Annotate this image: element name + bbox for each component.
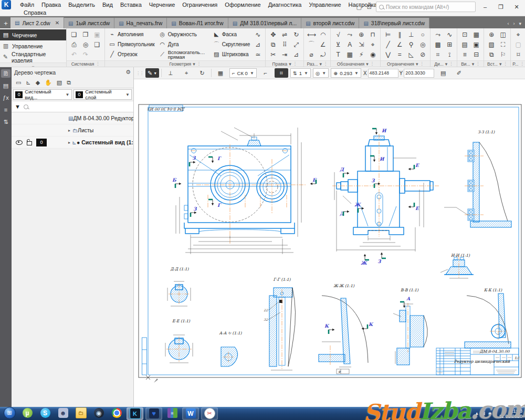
mass-icon[interactable]: ⊞ (444, 40, 455, 49)
center-mark-icon[interactable]: ◉ (368, 50, 378, 59)
window-cascade-icon[interactable]: ⊡ (366, 4, 373, 10)
chevron-down-icon[interactable]: ▾ (319, 61, 322, 67)
axis-icon[interactable]: ⌖ (368, 40, 378, 49)
menu-item-оформление[interactable]: Оформление (221, 1, 264, 8)
group-handle[interactable]: ⋮ (370, 61, 374, 66)
polygon-icon[interactable]: ⊿ (253, 40, 263, 49)
hatch-tool[interactable]: ▨Штриховка (211, 50, 253, 59)
parallel-icon[interactable]: ∥ (394, 30, 405, 39)
menu-item-черчение[interactable]: Черчение (145, 1, 179, 8)
chevron-down-icon[interactable]: ▾ (499, 61, 502, 67)
current-layer-dropdown[interactable]: 0 Системный слой ▼ (74, 89, 132, 100)
tree-panel-icon[interactable]: 🖹 (1, 69, 10, 78)
document-tab[interactable]: ▤Лист 2.cdw✕ (10, 17, 64, 28)
restore-button[interactable]: ❐ (495, 3, 507, 11)
visibility-eye-icon[interactable] (16, 140, 23, 145)
rectangle-tool[interactable]: ▭Прямоугольник (107, 40, 157, 49)
current-view-dropdown[interactable]: 0 Системный вид... ▼ (13, 89, 72, 100)
datum-icon[interactable]: ⊻ (333, 40, 343, 49)
tab-scroll-right-icon[interactable]: › (511, 20, 516, 27)
linear-dim-icon[interactable]: ⟷ (306, 30, 317, 39)
document-tab[interactable]: ▤ДМ 318.01\первый л... (228, 18, 301, 28)
chevron-down-icon[interactable]: ▾ (445, 61, 448, 67)
draw-pen-icon[interactable]: ✐ (452, 68, 466, 78)
y-coordinate-field[interactable]: 203.3030 (404, 69, 434, 78)
new-view-icon[interactable]: ⊡ (459, 30, 470, 39)
rotate-icon[interactable]: ↻ (291, 30, 301, 39)
menu-item-справка[interactable]: Справка (20, 9, 50, 16)
copy-icon[interactable]: ⧉ (268, 40, 278, 49)
menu-item-вид[interactable]: Вид (99, 1, 117, 8)
text-icon[interactable]: T (333, 50, 343, 59)
tree-filter-picture-icon[interactable]: ▧ (57, 79, 62, 86)
fix-icon[interactable]: ⊘ (417, 50, 428, 59)
angle-m-icon[interactable]: ⟟ (444, 50, 455, 59)
point-icon[interactable]: ⚲ (406, 40, 416, 49)
layers-icon[interactable]: ▤ (459, 40, 470, 49)
table-icon[interactable]: ▦ (344, 50, 355, 59)
array-icon[interactable]: ⠿ (279, 40, 290, 49)
group-handle[interactable]: ⋮ (293, 61, 297, 66)
menu-item-ограничения[interactable]: Ограничения (178, 1, 221, 8)
curve-len-icon[interactable]: ∿ (444, 30, 455, 39)
menu-item-управление[interactable]: Управление (305, 1, 344, 8)
minimize-button[interactable]: – (479, 3, 491, 10)
arc-dim-icon[interactable]: ◠ (318, 30, 328, 39)
triangle-icon[interactable]: ◺ (406, 50, 416, 59)
segment-tool[interactable]: ╱Отрезок (107, 50, 157, 59)
perpendicular-icon[interactable]: ⊥ (406, 30, 416, 39)
ribbon-tab-управление[interactable]: ▥Управление (0, 40, 66, 51)
menu-item-правка[interactable]: Правка (38, 1, 65, 8)
group-handle[interactable]: ⋮ (449, 61, 453, 66)
tree-node-sheets[interactable]: ▸ 🗀 Листы (12, 124, 133, 136)
kompas-icon[interactable]: K (127, 407, 143, 420)
snap-perpendicular-icon[interactable]: ⟂ (164, 68, 177, 78)
document-tab[interactable]: ▤второй лист.cdw (301, 18, 359, 28)
group-handle[interactable]: ⋮ (503, 61, 507, 66)
preview-icon[interactable]: ◎ (80, 40, 91, 49)
concentric-icon[interactable]: ◎ (417, 40, 428, 49)
align-icon[interactable]: ⊨ (383, 30, 393, 39)
menu-item-файл[interactable]: Файл (16, 1, 38, 8)
explorer-icon[interactable]: 🗀 (73, 407, 89, 419)
x-coordinate-field[interactable]: 483.2148 (368, 69, 398, 78)
equidistant-icon[interactable]: ≃ (253, 50, 263, 59)
ribbon-collapse-icon[interactable]: ⌄ (31, 63, 35, 67)
flag2-icon[interactable]: ⚐ (498, 50, 508, 59)
variables-panel-icon[interactable]: ƒx (1, 93, 10, 102)
tab-scroll-left-icon[interactable]: ‹ (506, 20, 510, 27)
unlock-icon[interactable] (27, 141, 32, 145)
new-document-icon[interactable]: ❏ (69, 30, 79, 39)
diameter-dim-icon[interactable]: ⌀ (306, 50, 317, 59)
tab-list-icon[interactable]: ▾ (517, 20, 523, 27)
close-button[interactable]: ✕ (510, 3, 523, 11)
fillet-tool[interactable]: ⌒Скругление (211, 40, 253, 49)
chevron-down-icon[interactable]: ▾ (289, 61, 291, 67)
document-tab[interactable]: ▤1ый лист.cdw (64, 18, 114, 28)
frame-icon[interactable]: ▣ (471, 40, 481, 49)
gear-icon[interactable]: ⚙ (125, 69, 131, 76)
chrome-icon[interactable] (109, 407, 124, 419)
picture-icon[interactable]: ▧ (486, 40, 497, 49)
word-icon[interactable]: W (182, 407, 199, 420)
current-style-button[interactable]: ✎▼ (145, 68, 159, 78)
start-button[interactable]: ⊞ (2, 407, 17, 419)
new-tab-button[interactable]: + (1, 18, 10, 28)
marking-icon[interactable]: A (344, 40, 355, 49)
move-icon[interactable]: ✥ (268, 30, 278, 39)
document-tab[interactable]: ▤318\первый лист.cdw (359, 18, 429, 28)
tree-filter-sketch-icon[interactable]: ✋ (45, 79, 52, 86)
document-tab[interactable]: ▤На_печать.frw (114, 18, 167, 28)
equal-icon[interactable]: = (394, 50, 405, 59)
layers-panel-icon[interactable]: ≡ (1, 106, 10, 114)
view-arrow-icon[interactable]: ⇲ (356, 40, 366, 49)
utorrent-icon[interactable]: µ (19, 407, 35, 419)
copy-obj-icon[interactable]: ⛶ (498, 40, 508, 49)
arc-tool[interactable]: ◠Дуга (157, 40, 211, 49)
lightning-icon[interactable]: ⚡ (356, 50, 366, 59)
steam-icon[interactable]: ◉ (91, 407, 107, 419)
parameters-panel-icon[interactable]: ▤ (1, 81, 10, 90)
snipping-icon[interactable]: ✂ (201, 407, 218, 420)
auto-dim-icon[interactable]: ⤾ (318, 50, 328, 59)
group-handle[interactable]: ⋮ (520, 61, 524, 66)
